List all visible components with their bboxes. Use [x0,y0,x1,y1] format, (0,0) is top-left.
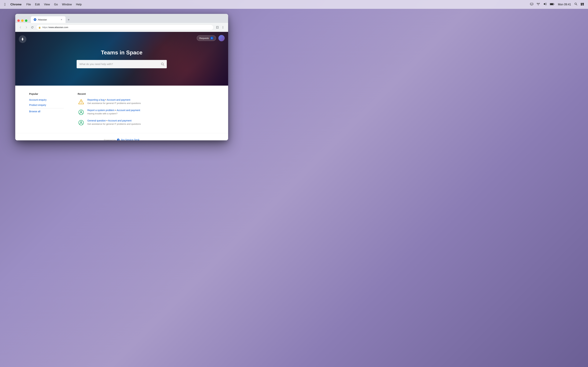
menu-file[interactable]: File [26,3,31,6]
user-avatar[interactable] [218,35,225,41]
nav-buttons [18,25,35,30]
svg-rect-5 [581,3,582,4]
requests-button[interactable]: Requests 1 [197,35,216,41]
website-footer: Powered by Jira Service Desk [15,133,228,140]
recent-item-3: General question • Account and payment G… [78,119,214,126]
question-icon-2 [78,119,84,126]
menu-view[interactable]: View [44,3,50,6]
control-center-icon[interactable] [581,3,584,6]
recent-item-2: Report a system problem • Account and pa… [78,109,214,116]
address-actions [215,25,225,30]
recent-item-2-content: Report a system problem • Account and pa… [87,109,214,115]
requests-label: Requests [199,37,209,40]
menubar:  Chrome File Edit View Go Window Help [0,0,588,9]
atlassian-logo[interactable] [19,35,26,43]
website-content: Requests 1 Teams in Space [15,32,228,140]
menubar-app-name[interactable]: Chrome [10,3,22,6]
spotlight-icon[interactable] [574,3,577,6]
menu-window[interactable]: Window [62,3,72,6]
reload-button[interactable] [30,25,35,30]
ssl-lock-icon: 🔒 [38,26,41,29]
hero-search-container [77,60,167,68]
svg-point-15 [81,103,82,104]
forward-button[interactable] [24,25,29,30]
wifi-icon[interactable] [537,3,540,6]
recent-item-3-content: General question • Account and payment G… [87,119,214,125]
traffic-lights [17,19,27,22]
popular-links: Account enquiry Product enquiry [29,98,64,106]
hero-title: Teams in Space [101,49,143,56]
minimize-window-button[interactable] [21,19,24,22]
svg-rect-6 [582,3,584,4]
footer-text: Powered by Jira Service Desk [20,138,223,140]
menubar-items: File Edit View Go Window Help [26,3,82,6]
recent-item-3-title[interactable]: General question • Account and payment [87,119,214,122]
menu-edit[interactable]: Edit [35,3,40,6]
powered-by-text: Powered by [104,139,116,141]
sound-icon[interactable] [543,3,546,6]
product-name[interactable]: Jira Service Desk [121,138,140,140]
recent-item-1: Reporting a bug • Account and payment Ge… [78,98,214,105]
svg-line-4 [576,5,577,5]
chrome-window: Atlassian ✕ + 🔒 [15,14,228,140]
main-content: Popular Account enquiry Product enquiry … [15,86,228,133]
svg-point-12 [223,28,223,28]
recent-item-2-desc: Having trouble with a system? [87,112,214,115]
avatar-image [218,35,225,41]
question-icon-1 [78,109,84,116]
chrome-tabbar: Atlassian ✕ + [15,14,228,23]
recent-item-1-content: Reporting a bug • Account and payment Ge… [87,98,214,104]
apple-logo-icon[interactable]:  [4,2,6,7]
maximize-window-button[interactable] [25,19,27,22]
hero-background [15,32,228,86]
popular-link-product[interactable]: Product enquiry [29,104,64,106]
chrome-menu-button[interactable] [220,25,225,30]
new-tab-button[interactable]: + [66,17,71,22]
recent-item-2-title[interactable]: Report a system problem • Account and pa… [87,109,214,112]
hero-search-input[interactable] [77,60,167,68]
svg-point-11 [223,27,223,28]
address-protocol: https:// [42,26,49,29]
svg-rect-2 [550,3,553,5]
svg-rect-0 [530,3,533,5]
svg-point-17 [80,111,82,112]
address-domain: www.atlassian.com [49,26,68,29]
back-button[interactable] [18,25,23,30]
svg-rect-8 [583,4,584,5]
recent-item-3-desc: Get assistance for general IT problems a… [87,123,214,125]
svg-rect-7 [581,4,582,5]
airplay-icon[interactable] [530,3,533,6]
svg-point-19 [80,121,82,123]
requests-badge: 1 [210,37,213,40]
browse-all-link[interactable]: Browse all [29,110,64,113]
chrome-addressbar: 🔒 https://www.atlassian.com [15,23,228,32]
warning-icon [78,98,84,105]
menubar-clock: Mon 09:41 [558,3,571,6]
close-window-button[interactable] [17,19,20,22]
search-icon[interactable] [161,62,164,66]
bookmark-button[interactable] [215,25,220,30]
menu-go[interactable]: Go [54,3,58,6]
svg-line-14 [163,65,164,66]
menubar-right: Mon 09:41 [530,3,584,6]
popular-section: Popular Account enquiry Product enquiry … [29,92,64,126]
menu-help[interactable]: Help [76,3,82,6]
browser-tab[interactable]: Atlassian ✕ [31,16,66,23]
tab-close-button[interactable]: ✕ [60,18,63,21]
hero-section: Requests 1 Teams in Space [15,32,228,86]
menubar-left:  Chrome File Edit View Go Window Help [4,2,82,7]
recent-items-list: Reporting a bug • Account and payment Ge… [78,98,214,126]
jira-logo-icon [117,138,120,140]
recent-item-1-desc: Get assistance for general IT problems a… [87,102,214,104]
address-bar[interactable]: 🔒 https://www.atlassian.com [36,25,214,30]
battery-icon[interactable] [550,3,554,6]
svg-point-10 [223,26,223,27]
recent-section-title: Recent [78,92,214,95]
tab-favicon [34,18,36,21]
address-text: https://www.atlassian.com [42,26,211,29]
recent-item-1-title[interactable]: Reporting a bug • Account and payment [87,98,214,101]
recent-section: Recent Reporting [78,92,214,126]
tab-title: Atlassian [38,18,59,21]
popular-link-account[interactable]: Account enquiry [29,98,64,101]
popular-section-title: Popular [29,92,64,95]
